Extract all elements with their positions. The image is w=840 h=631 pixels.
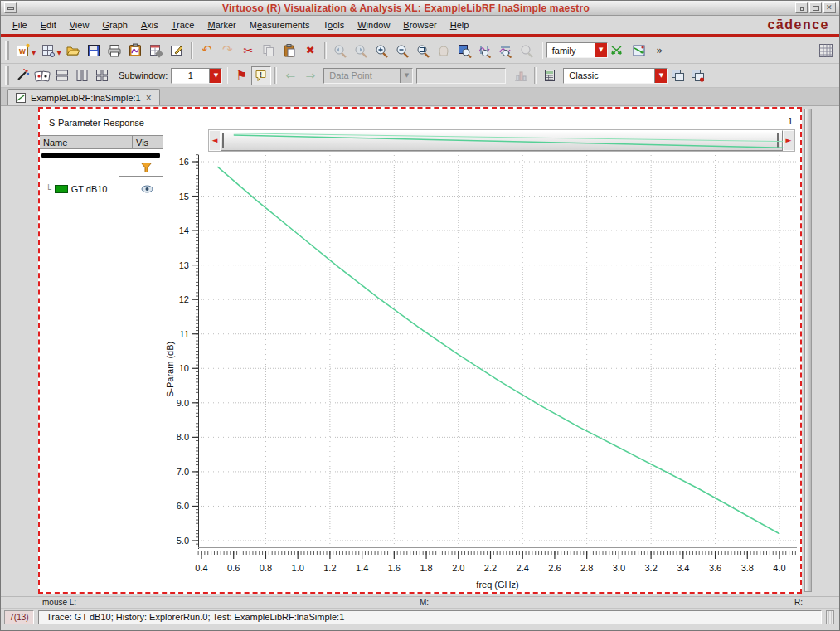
window-menu-button[interactable]	[4, 2, 17, 13]
cut-button[interactable]: ✂	[238, 40, 259, 61]
zoom-box-button[interactable]	[454, 40, 475, 61]
subwindow-dropdown-icon[interactable]: ▼	[209, 69, 221, 83]
status-scroll-stub[interactable]	[826, 610, 834, 624]
legend-column-vis: Vis	[133, 136, 163, 148]
style-dropdown-icon[interactable]: ▼	[654, 69, 667, 83]
close-window-button[interactable]: ✕	[823, 2, 836, 13]
vertical-scrollbar[interactable]	[804, 109, 812, 592]
copy-window-options-button[interactable]	[687, 66, 707, 85]
filter-icon[interactable]	[140, 162, 153, 173]
previous-point-button[interactable]: ⇐	[280, 66, 300, 85]
redo-button[interactable]: ↷	[217, 40, 238, 61]
svg-text:4.0: 4.0	[773, 563, 785, 573]
swap-axes-button[interactable]	[608, 40, 629, 61]
workspace: S-Parameter Response Name Vis └ GT dB10	[1, 106, 839, 596]
zoom-x-button[interactable]	[475, 40, 496, 61]
print-button[interactable]	[104, 40, 125, 61]
grid-layout-button[interactable]	[92, 66, 112, 85]
menu-item-tools[interactable]: Tools	[317, 17, 352, 32]
maximize-button[interactable]	[809, 2, 822, 13]
new-subwindow-dropdown-icon[interactable]: ▼	[56, 51, 61, 56]
visibility-eye-icon[interactable]	[141, 185, 153, 193]
toolbar-overflow-button[interactable]: »	[649, 40, 670, 61]
scrollbar-left-arrow[interactable]: ◄	[209, 130, 221, 151]
toolbar-handle[interactable]	[5, 66, 9, 85]
menu-bar: FileEditViewGraphAxisTraceMarkerMeasurem…	[1, 16, 839, 34]
new-graph-window-button[interactable]: w	[12, 40, 33, 61]
zoom-in-button[interactable]	[371, 40, 392, 61]
paste-button[interactable]	[279, 40, 300, 61]
menu-item-marker[interactable]: Marker	[201, 17, 242, 32]
datapoint-combobox[interactable]: Data Point ▼	[323, 68, 413, 84]
secondary-toolbar: Subwindow: 1 ▼ ⚑ ! ⇐ ⇒ Data Point ▼ Clas…	[1, 64, 839, 88]
svg-text:1.4: 1.4	[356, 563, 368, 573]
menu-item-help[interactable]: Help	[444, 17, 476, 32]
tab-graph[interactable]: ExampleLibRF:lnaSimple:1 ×	[7, 89, 160, 105]
graph-subwindow[interactable]: S-Parameter Response Name Vis └ GT dB10	[38, 107, 802, 594]
edit-graph-button[interactable]	[167, 40, 187, 61]
mouse-hint-bar: mouse L: M: R:	[1, 596, 839, 608]
table-view-button[interactable]	[815, 40, 836, 61]
delete-button[interactable]: ✖	[300, 40, 321, 61]
plot-pane[interactable]: 161514131211109.08.07.06.05.00.40.60.81.…	[163, 109, 800, 592]
next-point-button[interactable]: ⇒	[300, 66, 320, 85]
legend-group-bar[interactable]	[41, 153, 160, 158]
y-axis-label: S-Param (dB)	[165, 342, 175, 397]
wizard-button[interactable]	[12, 66, 32, 85]
mouse-right-hint: R:	[794, 598, 803, 607]
zoom-reset-button[interactable]	[517, 40, 537, 61]
menu-item-browser[interactable]: Browser	[396, 17, 443, 32]
family-combobox[interactable]: family ▼	[546, 42, 608, 58]
undo-button[interactable]: ↶	[197, 40, 217, 61]
copy-window-button[interactable]	[668, 66, 687, 85]
browser-cards-button[interactable]	[32, 66, 52, 85]
open-button[interactable]	[63, 40, 84, 61]
svg-text:0.6: 0.6	[227, 563, 240, 573]
menu-item-window[interactable]: Window	[351, 17, 396, 32]
menu-item-edit[interactable]: Edit	[34, 17, 63, 32]
family-dropdown-icon[interactable]: ▼	[595, 43, 607, 57]
spreadsheet-button[interactable]	[146, 40, 167, 61]
menu-item-view[interactable]: View	[63, 17, 96, 32]
menu-item-axis[interactable]: Axis	[134, 17, 165, 32]
horizontal-split-button[interactable]	[52, 66, 72, 85]
close-icon: ✕	[826, 3, 833, 12]
menu-item-measurements[interactable]: Measurements	[243, 17, 317, 32]
svg-text:14: 14	[179, 226, 189, 235]
next-zoom-button[interactable]	[351, 40, 371, 61]
tab-close-icon[interactable]: ×	[146, 92, 152, 104]
style-combobox[interactable]: Classic ▼	[563, 68, 668, 84]
vertical-split-button[interactable]	[72, 66, 92, 85]
menu-item-file[interactable]: File	[6, 17, 34, 32]
x-range-scrollbar[interactable]: ◄ ►	[208, 129, 795, 152]
minimize-button[interactable]	[795, 2, 808, 13]
point-value-field[interactable]	[416, 68, 506, 84]
svg-text:1.0: 1.0	[292, 563, 304, 573]
histogram-button[interactable]	[511, 66, 531, 85]
new-graph-dropdown-icon[interactable]: ▼	[32, 51, 36, 56]
svg-text:0.8: 0.8	[260, 563, 272, 573]
zoom-fit-button[interactable]	[413, 40, 434, 61]
pan-button[interactable]	[434, 40, 454, 61]
trace-row[interactable]: └ GT dB10	[46, 184, 163, 194]
swap-sweep-button[interactable]	[629, 40, 649, 61]
scrollbar-left-grip[interactable]	[222, 133, 226, 148]
label-button[interactable]: !	[251, 66, 271, 85]
copy-button[interactable]	[259, 40, 279, 61]
flag-button[interactable]: ⚑	[231, 66, 251, 85]
title-bar: Virtuoso (R) Visualization & Analysis XL…	[1, 1, 839, 16]
subwindow-combobox[interactable]: 1 ▼	[171, 68, 222, 84]
menu-item-trace[interactable]: Trace	[165, 17, 202, 32]
plot-canvas[interactable]: 161514131211109.08.07.06.05.00.40.60.81.…	[163, 109, 800, 592]
zoom-out-button[interactable]	[392, 40, 413, 61]
clipboard-waveform-button[interactable]	[125, 40, 146, 61]
scrollbar-thumb[interactable]	[221, 130, 783, 151]
zoom-y-button[interactable]	[496, 40, 517, 61]
new-subwindow-button[interactable]	[37, 40, 58, 61]
menu-item-graph[interactable]: Graph	[95, 17, 134, 32]
calculator-button[interactable]	[540, 66, 560, 85]
previous-zoom-button[interactable]	[330, 40, 351, 61]
menu-items: FileEditViewGraphAxisTraceMarkerMeasurem…	[6, 17, 475, 32]
toolbar-handle[interactable]	[5, 41, 9, 60]
save-button[interactable]	[84, 40, 104, 61]
